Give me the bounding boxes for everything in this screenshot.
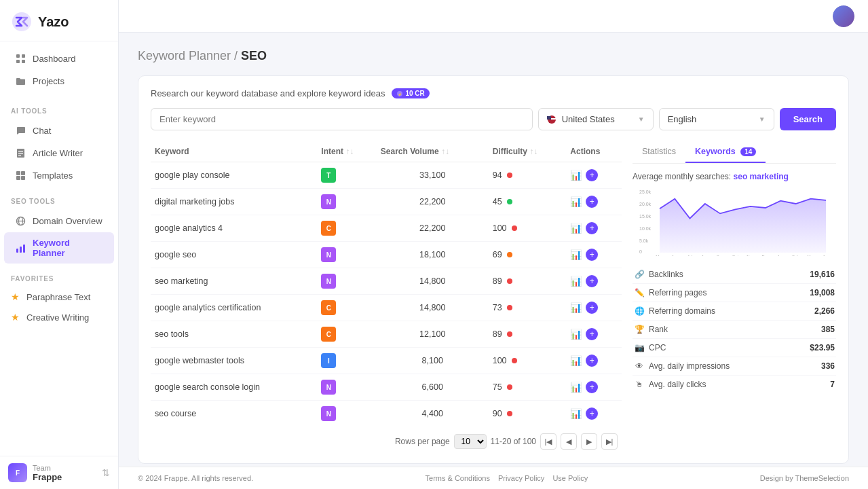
cell-intent: C (317, 295, 376, 321)
team-label: Team (33, 464, 62, 472)
chart-action-icon[interactable]: 📊 (570, 249, 582, 260)
keyword-input[interactable] (151, 108, 533, 130)
tab-keywords[interactable]: Keywords 14 (685, 141, 766, 163)
sidebar-item-projects[interactable]: Projects (4, 70, 114, 92)
footer-link-use[interactable]: Use Policy (552, 474, 588, 482)
cell-intent: C (317, 321, 376, 348)
stats-row-referring-domains: 🌐 Referring domains 2,266 (633, 302, 836, 321)
keyword-planner-label: Keyword Planner (33, 238, 103, 258)
cell-search-volume: 22,200 (377, 215, 489, 242)
country-chevron-icon: ▼ (638, 115, 645, 123)
svg-rect-4 (22, 60, 25, 63)
cr-badge-text: 10 CR (405, 90, 424, 97)
avg-daily-clicks-value: 7 (830, 380, 835, 389)
logo-area: Yazo (0, 0, 118, 41)
search-button[interactable]: Search (780, 108, 836, 130)
cell-keyword: google play console (151, 162, 317, 189)
svg-text:Mar: Mar (808, 255, 814, 256)
star-icon-paraphrase: ★ (11, 291, 20, 302)
settings-icon[interactable]: ⇅ (102, 467, 110, 478)
avg-monthly-text: Average monthly searches: seo marketing (633, 172, 836, 181)
table-row: google webmaster tools I 8,100 100 📊 + (151, 348, 622, 374)
cell-difficulty: 100 (489, 215, 567, 242)
sidebar-item-paraphrase-text[interactable]: ★ Paraphrase Text (0, 287, 118, 307)
difficulty-dot (507, 384, 512, 390)
cell-difficulty: 94 (489, 162, 567, 189)
table-row: seo marketing N 14,800 89 📊 + (151, 268, 622, 295)
first-page-button[interactable]: |◀ (540, 433, 556, 450)
chart-action-icon[interactable]: 📊 (570, 408, 582, 419)
cell-keyword: digital marketing jobs (151, 189, 317, 215)
svg-text:Dec: Dec (762, 255, 770, 256)
add-action-button[interactable]: + (586, 302, 598, 314)
th-actions: Actions (566, 141, 622, 162)
rows-per-page-select[interactable]: 10 25 50 (454, 434, 487, 449)
rank-value: 385 (821, 325, 835, 334)
add-action-button[interactable]: + (586, 169, 598, 181)
breadcrumb-current: SEO (241, 49, 267, 62)
breadcrumb-parent: Keyword Planner (138, 49, 231, 62)
prev-page-button[interactable]: ◀ (561, 433, 577, 450)
svg-text:Sep: Sep (717, 255, 724, 256)
add-action-button[interactable]: + (586, 355, 598, 367)
yazo-logo-icon (11, 11, 33, 33)
add-action-button[interactable]: + (586, 249, 598, 261)
sidebar-bottom: F Team Frappe ⇅ (0, 456, 118, 489)
team-info: F Team Frappe (8, 463, 62, 482)
cell-search-volume: 6,600 (377, 374, 489, 401)
chart-action-icon[interactable]: 📊 (570, 276, 582, 287)
footer-link-privacy[interactable]: Privacy Policy (498, 474, 544, 482)
dashboard-icon (15, 53, 26, 64)
difficulty-dot (507, 252, 512, 257)
cell-keyword: google seo (151, 242, 317, 268)
next-page-button[interactable]: ▶ (581, 433, 597, 450)
footer-link-terms[interactable]: Terms & Conditions (426, 474, 490, 482)
chart-action-icon[interactable]: 📊 (570, 382, 582, 393)
intent-badge: I (321, 353, 336, 368)
footer-copyright: © 2024 Frappe. All rights reserved. (138, 474, 253, 482)
dashboard-label: Dashboard (33, 54, 76, 64)
last-page-button[interactable]: ▶| (601, 433, 618, 450)
stats-label: 🏆 Rank (634, 324, 668, 335)
table-row: google analytics certification C 14,800 … (151, 295, 622, 321)
sidebar-item-creative-writing[interactable]: ★ Creative Writing (0, 307, 118, 327)
tab-statistics[interactable]: Statistics (633, 141, 685, 163)
star-icon-creative: ★ (11, 312, 20, 323)
sidebar-item-article-writer[interactable]: Article Writer (4, 142, 114, 164)
sidebar-item-domain-overview[interactable]: Domain Overview (4, 210, 114, 232)
section-seo-tools: SEO TOOLS (0, 188, 118, 208)
add-action-button[interactable]: + (586, 408, 598, 420)
line-chart: 25.0k 20.0k 15.0k 10.0k 5.0k 0 (633, 188, 836, 256)
add-action-button[interactable]: + (586, 275, 598, 287)
add-action-button[interactable]: + (586, 381, 598, 393)
chart-action-icon[interactable]: 📊 (570, 223, 582, 234)
templates-icon (15, 170, 26, 181)
chart-action-icon[interactable]: 📊 (570, 170, 582, 181)
table-row: digital marketing jobs N 22,200 45 📊 + (151, 189, 622, 215)
action-icons: 📊 + (570, 328, 618, 340)
language-select[interactable]: English ▼ (659, 108, 774, 130)
cr-icon: ⚡ (396, 90, 403, 97)
chart-fill-area (660, 199, 826, 253)
top-bar (119, 0, 868, 33)
chartbar-icon (15, 242, 26, 253)
country-select[interactable]: United States ▼ (538, 108, 654, 130)
sidebar-item-keyword-planner[interactable]: Keyword Planner (4, 232, 114, 264)
action-icons: 📊 + (570, 249, 618, 261)
add-action-button[interactable]: + (586, 222, 598, 234)
chart-action-icon[interactable]: 📊 (570, 355, 582, 366)
sidebar-item-chat[interactable]: Chat (4, 120, 114, 141)
sidebar: Yazo Dashboard Projects AI TOOLS Chat (0, 0, 119, 489)
chart-action-icon[interactable]: 📊 (570, 329, 582, 340)
user-avatar[interactable] (833, 5, 854, 27)
chart-action-icon[interactable]: 📊 (570, 302, 582, 313)
sidebar-item-dashboard[interactable]: Dashboard (4, 48, 114, 69)
add-action-button[interactable]: + (586, 328, 598, 340)
intent-badge: N (321, 274, 336, 289)
sidebar-item-templates[interactable]: Templates (4, 164, 114, 186)
difficulty-dot (512, 225, 517, 231)
add-action-button[interactable]: + (586, 196, 598, 208)
chart-action-icon[interactable]: 📊 (570, 196, 582, 207)
article-writer-label: Article Writer (33, 148, 83, 158)
action-icons: 📊 + (570, 408, 618, 420)
